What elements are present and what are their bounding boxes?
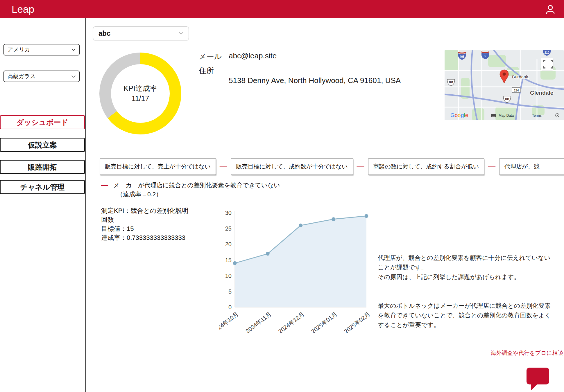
kpi-donut-title: KPI達成率	[123, 83, 157, 93]
svg-text:2024年10月: 2024年10月	[219, 311, 239, 333]
bottleneck-text: メーカーが代理店に競合との差別化要素を教育できていない （達成率＝0.2）	[113, 181, 285, 201]
address-value: 5138 Denny Ave, North Hollywood, CA 9160…	[229, 76, 401, 85]
svg-text:5: 5	[228, 288, 232, 295]
brand-logo: Leap	[12, 0, 34, 18]
issue-box-2: 販売目標に対して、成約数が十分ではない	[231, 158, 353, 175]
kpi-donut-center: KPI達成率 11/17	[111, 64, 170, 123]
svg-text:134: 134	[514, 89, 519, 92]
fullscreen-button[interactable]	[541, 58, 553, 70]
bottleneck-line2: （達成率＝0.2）	[113, 190, 285, 199]
bottleneck-line1: メーカーが代理店に競合との差別化要素を教育できていない	[113, 181, 285, 190]
chevron-down-icon	[71, 48, 76, 51]
company-select-value: abc	[99, 29, 110, 37]
chain-connector: —	[488, 162, 495, 171]
svg-text:2025年01月: 2025年01月	[310, 311, 339, 333]
address-label: 住所	[199, 66, 214, 76]
kpi-details: 測定KPI：競合との差別化説明 回数 目標値：15 達成率：0.73333333…	[101, 206, 189, 242]
terms-link[interactable]: Terms	[532, 114, 542, 118]
issue-box-3: 商談の数に対して、成約する割合が低い	[368, 158, 484, 175]
chevron-down-icon	[71, 75, 76, 78]
keyboard-icon[interactable]	[491, 114, 496, 117]
analysis-paragraph-1: 代理店が、競合との差別化要素を顧客に十分に伝えれていないことが課題です。 その原…	[378, 253, 552, 282]
map-data-link[interactable]: Map Data	[499, 114, 514, 118]
kpi-donut-fraction: 11/17	[132, 93, 149, 104]
issue-box-1: 販売目標に対して、売上が十分ではない	[100, 158, 216, 175]
chevron-down-icon	[179, 32, 183, 35]
svg-text:2024年12月: 2024年12月	[277, 311, 305, 333]
svg-text:20: 20	[225, 241, 232, 247]
svg-text:2024年11月: 2024年11月	[244, 311, 272, 333]
map-city-burbank: Burbank	[512, 74, 528, 79]
chat-bubble-button[interactable]	[527, 368, 549, 390]
company-select[interactable]: abc	[93, 26, 189, 40]
svg-text:210: 210	[545, 51, 549, 54]
account-icon[interactable]	[545, 4, 556, 15]
email-label: メール	[199, 51, 222, 62]
svg-text:25: 25	[225, 225, 232, 232]
bottleneck-marker: —	[101, 181, 108, 201]
product-select[interactable]: 高級ガラス	[3, 71, 80, 82]
chain-connector: —	[357, 162, 364, 171]
map-city-glendale: Glendale	[530, 90, 553, 96]
svg-text:405: 405	[460, 55, 465, 58]
kpi-trend-chart: 0510152025302024年10月2024年11月2024年12月2025…	[219, 208, 376, 333]
svg-text:5: 5	[484, 55, 486, 58]
email-value: abc@leap.site	[229, 51, 277, 60]
svg-text:10: 10	[225, 273, 232, 279]
page: Leap アメリカ 高級ガラス ダッシュボード 仮説立案 販路開拓 チャネル管理…	[0, 0, 564, 392]
svg-text:101: 101	[505, 98, 510, 101]
map-shield-134: 134	[512, 87, 521, 93]
issue-box-4: 代理店が、競	[499, 158, 564, 175]
svg-text:30: 30	[225, 210, 232, 216]
sidebar: アメリカ 高級ガラス ダッシュボード 仮説立案 販路開拓 チャネル管理	[0, 18, 86, 392]
svg-text:0: 0	[228, 304, 232, 310]
svg-text:101: 101	[449, 81, 454, 84]
google-logo: Google	[450, 112, 468, 118]
analysis-paragraph-2: 最大のボトルネックはメーカーが代理店に競合との差別化要素を教育できていないことで…	[378, 301, 552, 330]
analysis-text: 代理店が、競合との差別化要素を顧客に十分に伝えれていないことが課題です。 その原…	[378, 243, 552, 339]
chain-connector: —	[220, 162, 227, 171]
sidebar-item-dashboard[interactable]: ダッシュボード	[0, 115, 85, 129]
product-select-value: 高級ガラス	[8, 73, 35, 80]
bottleneck-section: — メーカーが代理店に競合との差別化要素を教育できていない （達成率＝0.2）	[101, 181, 285, 201]
google-map[interactable]: 405 5 210 101 134 101	[445, 50, 564, 120]
svg-text:15: 15	[225, 257, 232, 263]
sidebar-item-sales-channel[interactable]: 販路開拓	[0, 160, 85, 174]
app-header: Leap	[0, 0, 564, 18]
country-select-value: アメリカ	[8, 46, 30, 53]
consult-link[interactable]: 海外調査や代行をプロに相談	[491, 349, 563, 357]
sidebar-item-channel-management[interactable]: チャネル管理	[0, 180, 85, 194]
kpi-donut: KPI達成率 11/17	[99, 53, 181, 134]
country-select[interactable]: アメリカ	[3, 44, 80, 55]
svg-text:2025年02月: 2025年02月	[343, 311, 371, 333]
sidebar-item-hypothesis[interactable]: 仮説立案	[0, 138, 85, 152]
issue-chain: 販売目標に対して、売上が十分ではない — 販売目標に対して、成約数が十分ではない…	[100, 158, 564, 175]
